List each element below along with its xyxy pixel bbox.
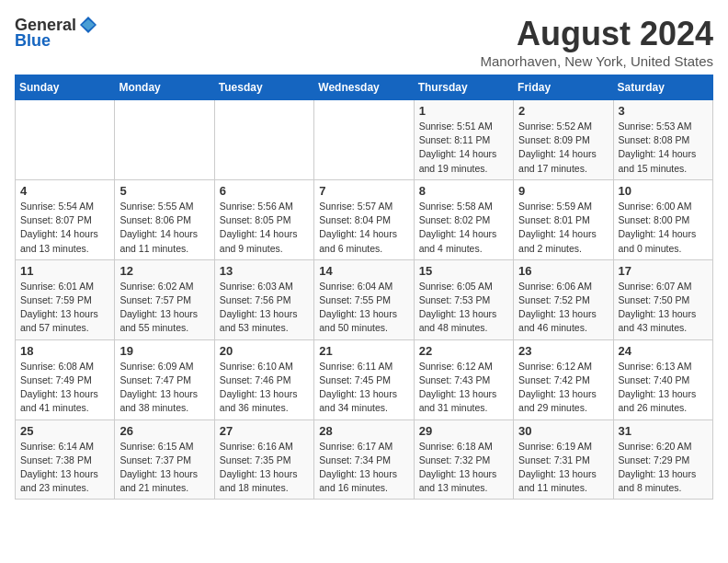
weekday-header-thursday: Thursday: [414, 75, 513, 100]
weekday-header-monday: Monday: [115, 75, 214, 100]
day-number: 18: [20, 344, 109, 358]
day-number: 26: [119, 424, 209, 438]
calendar-week-row: 11Sunrise: 6:01 AM Sunset: 7:59 PM Dayli…: [16, 259, 713, 339]
day-number: 14: [319, 264, 408, 278]
calendar-cell: 14Sunrise: 6:04 AM Sunset: 7:55 PM Dayli…: [314, 259, 414, 339]
calendar-week-row: 18Sunrise: 6:08 AM Sunset: 7:49 PM Dayli…: [16, 339, 713, 419]
day-info: Sunrise: 6:16 AM Sunset: 7:35 PM Dayligh…: [220, 440, 309, 496]
day-number: 2: [518, 104, 608, 118]
day-info: Sunrise: 6:03 AM Sunset: 7:56 PM Dayligh…: [220, 280, 309, 336]
calendar-cell: 17Sunrise: 6:07 AM Sunset: 7:50 PM Dayli…: [613, 259, 712, 339]
day-info: Sunrise: 5:56 AM Sunset: 8:05 PM Dayligh…: [220, 200, 309, 256]
calendar-cell: 7Sunrise: 5:57 AM Sunset: 8:04 PM Daylig…: [314, 179, 414, 259]
calendar-cell: 3Sunrise: 5:53 AM Sunset: 8:08 PM Daylig…: [613, 100, 712, 180]
calendar-cell: 18Sunrise: 6:08 AM Sunset: 7:49 PM Dayli…: [16, 339, 115, 419]
calendar-table: SundayMondayTuesdayWednesdayThursdayFrid…: [15, 75, 713, 500]
day-info: Sunrise: 6:01 AM Sunset: 7:59 PM Dayligh…: [20, 280, 109, 336]
day-info: Sunrise: 6:14 AM Sunset: 7:38 PM Dayligh…: [20, 440, 109, 496]
day-info: Sunrise: 6:18 AM Sunset: 7:32 PM Dayligh…: [419, 440, 508, 496]
day-info: Sunrise: 6:02 AM Sunset: 7:57 PM Dayligh…: [119, 280, 209, 336]
day-info: Sunrise: 5:52 AM Sunset: 8:09 PM Dayligh…: [518, 120, 608, 176]
calendar-cell: 22Sunrise: 6:12 AM Sunset: 7:43 PM Dayli…: [414, 339, 513, 419]
day-info: Sunrise: 6:00 AM Sunset: 8:00 PM Dayligh…: [619, 200, 708, 256]
calendar-cell: 31Sunrise: 6:20 AM Sunset: 7:29 PM Dayli…: [613, 419, 712, 500]
day-number: 25: [20, 424, 109, 438]
calendar-cell: 27Sunrise: 6:16 AM Sunset: 7:35 PM Dayli…: [214, 419, 313, 500]
day-number: 19: [119, 344, 209, 358]
calendar-cell: 2Sunrise: 5:52 AM Sunset: 8:09 PM Daylig…: [514, 100, 613, 180]
day-number: 6: [220, 184, 309, 198]
day-info: Sunrise: 6:11 AM Sunset: 7:45 PM Dayligh…: [319, 360, 408, 416]
calendar-cell: 30Sunrise: 6:19 AM Sunset: 7:31 PM Dayli…: [514, 419, 613, 500]
calendar-cell: [16, 100, 115, 180]
day-number: 20: [220, 344, 309, 358]
day-info: Sunrise: 6:12 AM Sunset: 7:42 PM Dayligh…: [518, 360, 608, 416]
calendar-cell: 6Sunrise: 5:56 AM Sunset: 8:05 PM Daylig…: [214, 179, 313, 259]
weekday-header-wednesday: Wednesday: [314, 75, 414, 100]
day-info: Sunrise: 6:15 AM Sunset: 7:37 PM Dayligh…: [119, 440, 209, 496]
calendar-cell: 11Sunrise: 6:01 AM Sunset: 7:59 PM Dayli…: [16, 259, 115, 339]
day-number: 27: [220, 424, 309, 438]
calendar-week-row: 4Sunrise: 5:54 AM Sunset: 8:07 PM Daylig…: [16, 179, 713, 259]
day-number: 13: [220, 264, 309, 278]
calendar-cell: 19Sunrise: 6:09 AM Sunset: 7:47 PM Dayli…: [115, 339, 214, 419]
day-info: Sunrise: 6:20 AM Sunset: 7:29 PM Dayligh…: [619, 440, 708, 496]
day-info: Sunrise: 5:53 AM Sunset: 8:08 PM Dayligh…: [619, 120, 708, 176]
day-number: 9: [518, 184, 608, 198]
day-number: 21: [319, 344, 408, 358]
day-info: Sunrise: 5:55 AM Sunset: 8:06 PM Dayligh…: [119, 200, 209, 256]
day-info: Sunrise: 6:08 AM Sunset: 7:49 PM Dayligh…: [20, 360, 109, 416]
weekday-header-tuesday: Tuesday: [214, 75, 313, 100]
day-number: 15: [419, 264, 508, 278]
day-number: 3: [619, 104, 708, 118]
day-number: 30: [518, 424, 608, 438]
calendar-cell: 1Sunrise: 5:51 AM Sunset: 8:11 PM Daylig…: [414, 100, 513, 180]
logo-blue-text: Blue: [15, 31, 51, 51]
calendar-cell: 5Sunrise: 5:55 AM Sunset: 8:06 PM Daylig…: [115, 179, 214, 259]
calendar-cell: 29Sunrise: 6:18 AM Sunset: 7:32 PM Dayli…: [414, 419, 513, 500]
day-info: Sunrise: 6:09 AM Sunset: 7:47 PM Dayligh…: [119, 360, 209, 416]
day-number: 1: [419, 104, 508, 118]
day-info: Sunrise: 6:19 AM Sunset: 7:31 PM Dayligh…: [518, 440, 608, 496]
day-number: 8: [419, 184, 508, 198]
day-number: 7: [319, 184, 408, 198]
calendar-subtitle: Manorhaven, New York, United States: [481, 53, 713, 69]
calendar-cell: 13Sunrise: 6:03 AM Sunset: 7:56 PM Dayli…: [214, 259, 313, 339]
calendar-cell: 28Sunrise: 6:17 AM Sunset: 7:34 PM Dayli…: [314, 419, 414, 500]
day-number: 24: [619, 344, 708, 358]
logo-icon: [78, 15, 98, 35]
day-number: 4: [20, 184, 109, 198]
day-info: Sunrise: 6:07 AM Sunset: 7:50 PM Dayligh…: [619, 280, 708, 336]
day-info: Sunrise: 6:05 AM Sunset: 7:53 PM Dayligh…: [419, 280, 508, 336]
calendar-cell: 15Sunrise: 6:05 AM Sunset: 7:53 PM Dayli…: [414, 259, 513, 339]
svg-marker-1: [82, 19, 95, 30]
weekday-header-sunday: Sunday: [16, 75, 115, 100]
calendar-cell: 23Sunrise: 6:12 AM Sunset: 7:42 PM Dayli…: [514, 339, 613, 419]
weekday-header-friday: Friday: [514, 75, 613, 100]
day-info: Sunrise: 6:10 AM Sunset: 7:46 PM Dayligh…: [220, 360, 309, 416]
calendar-cell: [115, 100, 214, 180]
day-number: 31: [619, 424, 708, 438]
day-info: Sunrise: 6:17 AM Sunset: 7:34 PM Dayligh…: [319, 440, 408, 496]
day-number: 5: [119, 184, 209, 198]
day-info: Sunrise: 6:12 AM Sunset: 7:43 PM Dayligh…: [419, 360, 508, 416]
day-info: Sunrise: 5:58 AM Sunset: 8:02 PM Dayligh…: [419, 200, 508, 256]
day-number: 22: [419, 344, 508, 358]
calendar-cell: 10Sunrise: 6:00 AM Sunset: 8:00 PM Dayli…: [613, 179, 712, 259]
day-number: 17: [619, 264, 708, 278]
calendar-cell: 12Sunrise: 6:02 AM Sunset: 7:57 PM Dayli…: [115, 259, 214, 339]
calendar-cell: 8Sunrise: 5:58 AM Sunset: 8:02 PM Daylig…: [414, 179, 513, 259]
day-number: 11: [20, 264, 109, 278]
day-number: 10: [619, 184, 708, 198]
day-info: Sunrise: 5:57 AM Sunset: 8:04 PM Dayligh…: [319, 200, 408, 256]
day-number: 16: [518, 264, 608, 278]
calendar-cell: 9Sunrise: 5:59 AM Sunset: 8:01 PM Daylig…: [514, 179, 613, 259]
calendar-cell: [214, 100, 313, 180]
calendar-title: August 2024: [481, 15, 713, 53]
day-number: 23: [518, 344, 608, 358]
calendar-cell: 16Sunrise: 6:06 AM Sunset: 7:52 PM Dayli…: [514, 259, 613, 339]
calendar-cell: 21Sunrise: 6:11 AM Sunset: 7:45 PM Dayli…: [314, 339, 414, 419]
day-number: 28: [319, 424, 408, 438]
calendar-cell: 4Sunrise: 5:54 AM Sunset: 8:07 PM Daylig…: [16, 179, 115, 259]
title-area: August 2024 Manorhaven, New York, United…: [481, 15, 713, 69]
